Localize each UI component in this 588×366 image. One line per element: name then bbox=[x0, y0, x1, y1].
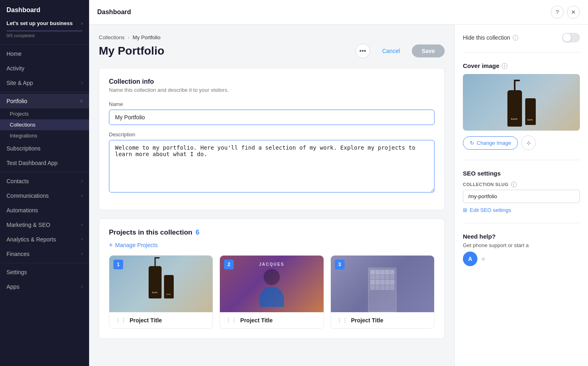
sidebar-sub-collections[interactable]: Collections bbox=[0, 119, 89, 130]
sidebar-item-home[interactable]: Home bbox=[0, 47, 89, 61]
sidebar-item-finances[interactable]: Finances › bbox=[0, 247, 89, 261]
breadcrumb-collections[interactable]: Collections bbox=[99, 34, 125, 40]
projects-section-title: Projects in this collection bbox=[109, 228, 192, 237]
projects-grid: 1 Earth. Earth. bbox=[109, 255, 435, 329]
chevron-right-icon-comms: › bbox=[81, 193, 83, 198]
sidebar-sub-projects[interactable]: Projects bbox=[0, 108, 89, 119]
cover-image-bottles: Earth. Earth. bbox=[507, 90, 536, 127]
hide-collection-info-icon[interactable]: i bbox=[513, 35, 518, 40]
manage-projects-button[interactable]: + Manage Projects bbox=[109, 241, 435, 249]
save-button[interactable]: Save bbox=[412, 44, 445, 57]
name-label: Name bbox=[109, 101, 435, 107]
sidebar-analytics-label: Analytics & Reports bbox=[6, 236, 81, 243]
need-help-title: Need help? bbox=[463, 233, 580, 240]
drag-handle-3: ⋮⋮ bbox=[337, 317, 348, 324]
help-row: A ≡ bbox=[463, 252, 580, 266]
cover-image: Earth. Earth. bbox=[463, 74, 580, 131]
project-card-2[interactable]: 2 JACQUES ⋮⋮ Project Title bbox=[219, 255, 324, 329]
sidebar-item-site-app[interactable]: Site & App › bbox=[0, 76, 89, 90]
crop-icon: ⊹ bbox=[526, 140, 531, 146]
topbar: Dashboard ? ✕ bbox=[89, 0, 588, 25]
setup-section[interactable]: Let's set up your business › 0/5 complet… bbox=[0, 17, 89, 43]
project-card-3[interactable]: 3 ⋮⋮ bbox=[330, 255, 435, 329]
sidebar-sub-collections-label: Collections bbox=[10, 122, 36, 128]
sidebar-item-test-dashboard[interactable]: Test Dashboard App bbox=[0, 156, 89, 170]
sidebar-item-contacts[interactable]: Contacts › bbox=[0, 174, 89, 188]
sidebar-item-portfolio[interactable]: Portfolio ∧ bbox=[0, 94, 89, 108]
sidebar-contacts-label: Contacts bbox=[6, 178, 81, 184]
hide-collection-label: Hide this collection i bbox=[463, 34, 518, 41]
sidebar-item-automations[interactable]: Automations bbox=[0, 203, 89, 218]
projects-count: 6 bbox=[196, 228, 199, 237]
description-field-group: Description Welcome to my portfolio. Her… bbox=[109, 131, 435, 194]
drag-handle-1: ⋮⋮ bbox=[115, 317, 126, 324]
sidebar-finances-label: Finances bbox=[6, 251, 81, 257]
chevron-right-icon-analytics: › bbox=[81, 237, 83, 241]
project-2-badge: 2 bbox=[224, 260, 234, 269]
edit-seo-link[interactable]: ⊞ Edit SEO settings bbox=[463, 207, 580, 213]
project-1-badge: 1 bbox=[113, 260, 123, 269]
content-main: Collections › My Portfolio My Portfolio … bbox=[89, 25, 454, 366]
cover-image-info-icon[interactable]: i bbox=[502, 63, 507, 69]
sidebar-item-activity[interactable]: Activity bbox=[0, 61, 89, 76]
sidebar-apps-label: Apps bbox=[6, 283, 81, 290]
help-avatar: A bbox=[463, 252, 477, 266]
sidebar-activity-label: Activity bbox=[6, 65, 83, 72]
sidebar-automations-label: Automations bbox=[6, 207, 83, 214]
topbar-title: Dashboard bbox=[97, 8, 131, 16]
change-image-button[interactable]: ↻ Change Image bbox=[463, 136, 518, 150]
project-1-name: Project Title bbox=[130, 317, 162, 324]
seo-slug-input[interactable] bbox=[463, 190, 580, 203]
help-button[interactable]: ? bbox=[551, 6, 564, 19]
description-label: Description bbox=[109, 131, 435, 138]
breadcrumb-separator: › bbox=[128, 35, 130, 40]
sidebar-item-marketing[interactable]: Marketing & SEO › bbox=[0, 218, 89, 232]
name-input[interactable] bbox=[109, 110, 435, 125]
sidebar-marketing-label: Marketing & SEO bbox=[6, 222, 81, 228]
hide-collection-text: Hide this collection bbox=[463, 34, 510, 41]
hide-collection-section: Hide this collection i bbox=[463, 33, 580, 53]
sidebar-item-settings[interactable]: Settings bbox=[0, 265, 89, 279]
hide-collection-toggle[interactable] bbox=[562, 33, 580, 42]
sidebar-home-label: Home bbox=[6, 51, 83, 57]
crop-button[interactable]: ⊹ bbox=[521, 135, 536, 150]
description-textarea[interactable]: Welcome to my portfolio. Here you'll fin… bbox=[109, 140, 435, 193]
need-help-desc: Get phone support or start a bbox=[463, 242, 580, 248]
cover-image-title-text: Cover image bbox=[463, 62, 499, 69]
edit-seo-icon: ⊞ bbox=[463, 207, 467, 213]
chevron-right-icon-contacts: › bbox=[81, 179, 83, 183]
chevron-up-icon: ∧ bbox=[80, 99, 83, 103]
project-2-body: ⋮⋮ Project Title bbox=[220, 312, 323, 328]
manage-projects-label: Manage Projects bbox=[115, 242, 158, 248]
page-actions: ••• Cancel Save bbox=[356, 44, 445, 58]
toggle-knob bbox=[563, 34, 571, 42]
more-options-button[interactable]: ••• bbox=[356, 44, 370, 58]
projects-card: Projects in this collection 6 + Manage P… bbox=[99, 218, 445, 339]
main-content: Dashboard ? ✕ Collections › My Portfolio… bbox=[89, 0, 588, 366]
project-card-1[interactable]: 1 Earth. Earth. bbox=[109, 255, 213, 329]
page-title-row: My Portfolio ••• Cancel Save bbox=[99, 44, 445, 58]
hamburger-icon: ≡ bbox=[481, 256, 485, 262]
sidebar-comms-label: Communications bbox=[6, 193, 81, 199]
sidebar-divider-2 bbox=[0, 92, 89, 92]
collection-info-subtitle: Name this collection and describe it to … bbox=[109, 87, 435, 93]
sidebar-item-apps[interactable]: Apps › bbox=[0, 279, 89, 294]
collection-info-title: Collection info bbox=[109, 78, 435, 85]
chevron-right-icon-apps: › bbox=[81, 284, 83, 289]
sidebar-item-analytics[interactable]: Analytics & Reports › bbox=[0, 232, 89, 247]
project-1-body: ⋮⋮ Project Title bbox=[109, 312, 213, 328]
project-2-image: 2 JACQUES bbox=[220, 256, 323, 312]
sidebar-sub-integrations[interactable]: Integrations bbox=[0, 130, 89, 141]
drag-handle-2: ⋮⋮ bbox=[226, 317, 237, 324]
content-area: Collections › My Portfolio My Portfolio … bbox=[89, 25, 588, 366]
sidebar-divider-3 bbox=[0, 172, 89, 172]
cancel-button[interactable]: Cancel bbox=[374, 44, 408, 57]
need-help-section: Need help? Get phone support or start a … bbox=[463, 233, 580, 266]
seo-slug-label-text: COLLECTION SLUG bbox=[463, 182, 509, 187]
refresh-icon: ↻ bbox=[470, 140, 474, 146]
sidebar-item-communications[interactable]: Communications › bbox=[0, 188, 89, 203]
close-button[interactable]: ✕ bbox=[567, 6, 580, 19]
sidebar-item-subscriptions[interactable]: Subscriptions bbox=[0, 141, 89, 156]
breadcrumb: Collections › My Portfolio bbox=[99, 34, 445, 40]
seo-slug-info-icon[interactable]: i bbox=[511, 182, 517, 187]
